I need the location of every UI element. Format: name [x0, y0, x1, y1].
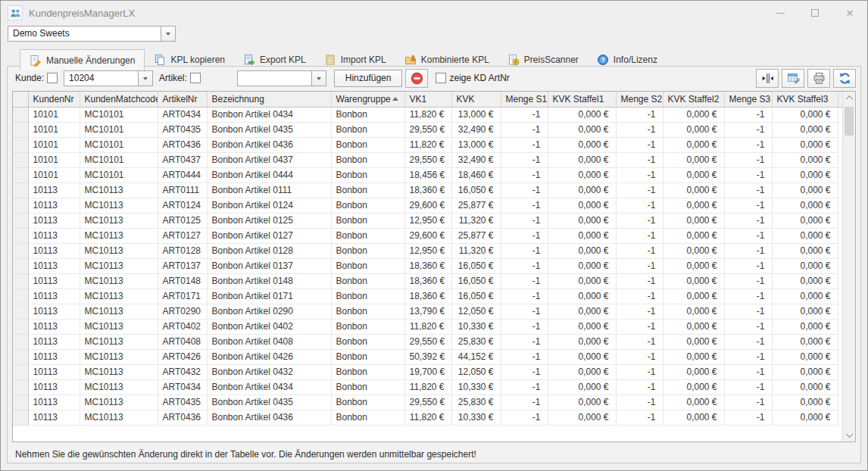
- grid-cell-kvk-staffel2[interactable]: 0,000 €: [663, 213, 724, 228]
- grid-column-settings-button[interactable]: [782, 69, 804, 88]
- grid-cell-menge-s1[interactable]: -1: [501, 228, 548, 243]
- grid-cell-warengruppe[interactable]: Bonbon: [331, 258, 404, 273]
- row-indicator[interactable]: [13, 334, 28, 349]
- grid-cell-vk1[interactable]: 29,550 €: [404, 334, 451, 349]
- grid-cell-menge-s1[interactable]: -1: [501, 319, 548, 334]
- grid-cell-kvk-staffel1[interactable]: 0,000 €: [548, 228, 616, 243]
- grid-cell-kvk[interactable]: 12,050 €: [451, 304, 501, 319]
- grid-cell-kvk[interactable]: 44,152 €: [451, 349, 501, 364]
- grid-cell-menge-s2[interactable]: -1: [616, 243, 663, 258]
- grid-cell-artikelnr[interactable]: ART0111: [158, 182, 207, 198]
- grid-cell-kundennr[interactable]: 10113: [28, 349, 80, 364]
- grid-cell-kvk-staffel2[interactable]: 0,000 €: [663, 152, 724, 167]
- grid-cell-menge-s2[interactable]: -1: [616, 410, 663, 425]
- grid-cell-menge-s2[interactable]: -1: [616, 289, 663, 304]
- grid-cell-kvk[interactable]: 25,830 €: [451, 395, 501, 410]
- grid-cell-bezeichnung[interactable]: Bonbon Artikel 0436: [207, 137, 331, 152]
- grid-cell-menge-s3[interactable]: -1: [724, 395, 772, 410]
- table-row[interactable]: 10101MC10101ART0434Bonbon Artikel 0434Bo…: [13, 107, 842, 122]
- column-header-menge-s2[interactable]: Menge S2: [616, 92, 663, 107]
- grid-cell-bezeichnung[interactable]: Bonbon Artikel 0148: [207, 273, 331, 289]
- column-header-artikelnr[interactable]: ArtikelNr: [158, 92, 207, 107]
- grid-cell-kvk-staffel3[interactable]: 0,000 €: [772, 364, 838, 379]
- row-indicator[interactable]: [13, 152, 28, 167]
- grid-cell-kvk-staffel1[interactable]: 0,000 €: [548, 273, 616, 289]
- minimize-button[interactable]: [763, 1, 798, 25]
- grid-cell-kvk[interactable]: 16,050 €: [451, 182, 501, 198]
- grid-cell-kvk-staffel1[interactable]: 0,000 €: [548, 410, 616, 425]
- grid-cell-warengruppe[interactable]: Bonbon: [331, 319, 404, 334]
- row-indicator[interactable]: [13, 198, 28, 213]
- row-indicator[interactable]: [13, 243, 28, 258]
- grid-cell-kundennr[interactable]: 10113: [28, 273, 80, 289]
- grid-cell-menge-s2[interactable]: -1: [616, 122, 663, 137]
- grid-cell-menge-s2[interactable]: -1: [616, 182, 663, 198]
- grid-cell-kundenmatchcode[interactable]: MC10101: [80, 122, 158, 137]
- grid-cell-artikelnr[interactable]: ART0432: [158, 364, 207, 379]
- grid-cell-vk1[interactable]: 29,600 €: [404, 228, 451, 243]
- grid-cell-menge-s1[interactable]: -1: [501, 182, 548, 198]
- grid-cell-menge-s3[interactable]: -1: [724, 273, 772, 289]
- grid-cell-menge-s2[interactable]: -1: [616, 213, 663, 228]
- stop-button[interactable]: [405, 69, 428, 88]
- grid-cell-menge-s2[interactable]: -1: [616, 364, 663, 379]
- column-header-kvk-staffel1[interactable]: KVK Staffel1: [548, 92, 616, 107]
- grid-cell-artikelnr[interactable]: ART0435: [158, 122, 207, 137]
- table-row[interactable]: 10113MC10113ART0148Bonbon Artikel 0148Bo…: [13, 273, 842, 289]
- column-header-kvk-staffel3[interactable]: KVK Staffel3: [772, 92, 838, 107]
- grid-cell-bezeichnung[interactable]: Bonbon Artikel 0444: [207, 167, 331, 182]
- grid-cell-kvk-staffel2[interactable]: 0,000 €: [663, 228, 724, 243]
- grid-cell-kundennr[interactable]: 10113: [28, 289, 80, 304]
- grid-cell-menge-s3[interactable]: -1: [724, 410, 772, 425]
- grid-cell-menge-s1[interactable]: -1: [501, 379, 548, 395]
- grid-cell-kvk[interactable]: 11,320 €: [451, 213, 501, 228]
- table-row[interactable]: 10113MC10113ART0124Bonbon Artikel 0124Bo…: [13, 198, 842, 213]
- grid-cell-warengruppe[interactable]: Bonbon: [331, 349, 404, 364]
- row-indicator[interactable]: [13, 107, 28, 122]
- grid-cell-kundennr[interactable]: 10113: [28, 258, 80, 273]
- grid-cell-menge-s3[interactable]: -1: [724, 319, 772, 334]
- grid-cell-warengruppe[interactable]: Bonbon: [331, 107, 404, 122]
- grid-cell-bezeichnung[interactable]: Bonbon Artikel 0426: [207, 349, 331, 364]
- chevron-down-icon[interactable]: [138, 71, 152, 86]
- grid-cell-kvk-staffel1[interactable]: 0,000 €: [548, 289, 616, 304]
- grid-cell-vk1[interactable]: 50,392 €: [404, 349, 451, 364]
- grid-cell-kvk-staffel1[interactable]: 0,000 €: [548, 243, 616, 258]
- grid-cell-kvk-staffel2[interactable]: 0,000 €: [663, 410, 724, 425]
- hinzufuegen-button[interactable]: Hinzufügen: [334, 70, 403, 87]
- grid-cell-warengruppe[interactable]: Bonbon: [331, 167, 404, 182]
- grid-cell-vk1[interactable]: 18,360 €: [404, 273, 451, 289]
- grid-cell-artikelnr[interactable]: ART0434: [158, 379, 207, 395]
- grid-cell-menge-s1[interactable]: -1: [501, 167, 548, 182]
- column-header-kundenmatchcode[interactable]: KundenMatchcode: [80, 92, 158, 107]
- grid-cell-bezeichnung[interactable]: Bonbon Artikel 0402: [207, 319, 331, 334]
- grid-cell-warengruppe[interactable]: Bonbon: [331, 213, 404, 228]
- grid-cell-kvk-staffel3[interactable]: 0,000 €: [772, 228, 838, 243]
- grid-cell-warengruppe[interactable]: Bonbon: [331, 182, 404, 198]
- grid-cell-bezeichnung[interactable]: Bonbon Artikel 0435: [207, 122, 331, 137]
- grid-cell-kundenmatchcode[interactable]: MC10113: [80, 243, 158, 258]
- grid-cell-vk1[interactable]: 18,360 €: [404, 182, 451, 198]
- grid-cell-kvk-staffel3[interactable]: 0,000 €: [772, 349, 838, 364]
- row-indicator[interactable]: [13, 122, 28, 137]
- grid-cell-bezeichnung[interactable]: Bonbon Artikel 0290: [207, 304, 331, 319]
- tab-export-kpl[interactable]: Export KPL: [234, 50, 315, 70]
- grid-cell-menge-s2[interactable]: -1: [616, 304, 663, 319]
- tab-import-kpl[interactable]: Import KPL: [315, 50, 395, 70]
- grid-cell-kvk[interactable]: 25,877 €: [451, 228, 501, 243]
- grid-cell-menge-s3[interactable]: -1: [724, 349, 772, 364]
- tab-kpl-kopieren[interactable]: KPL kopieren: [145, 50, 234, 70]
- grid-cell-vk1[interactable]: 13,790 €: [404, 304, 451, 319]
- grid-cell-menge-s2[interactable]: -1: [616, 395, 663, 410]
- grid-cell-kvk-staffel2[interactable]: 0,000 €: [663, 167, 724, 182]
- grid-cell-kvk-staffel1[interactable]: 0,000 €: [548, 107, 616, 122]
- table-row[interactable]: 10113MC10113ART0290Bonbon Artikel 0290Bo…: [13, 304, 842, 319]
- grid-cell-kvk-staffel3[interactable]: 0,000 €: [772, 258, 838, 273]
- grid-cell-bezeichnung[interactable]: Bonbon Artikel 0434: [207, 379, 331, 395]
- grid-cell-menge-s3[interactable]: -1: [724, 289, 772, 304]
- column-header-kvk[interactable]: KVK: [451, 92, 501, 107]
- table-row[interactable]: 10113MC10113ART0426Bonbon Artikel 0426Bo…: [13, 349, 842, 364]
- grid-cell-kvk-staffel1[interactable]: 0,000 €: [548, 349, 616, 364]
- grid-cell-kundenmatchcode[interactable]: MC10113: [80, 289, 158, 304]
- grid-cell-kvk-staffel1[interactable]: 0,000 €: [548, 258, 616, 273]
